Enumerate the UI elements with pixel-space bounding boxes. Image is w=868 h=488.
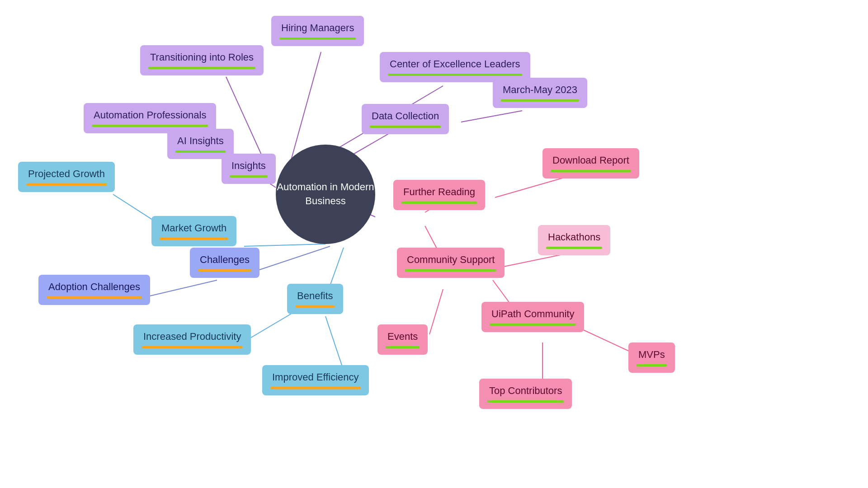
node-automation-professionals-label: Automation Professionals [94,109,206,121]
node-mvps-label: MVPs [638,349,665,360]
center-node-label: Automation in Modern Business [276,180,375,208]
node-increased-productivity[interactable]: Increased Productivity [133,324,251,355]
node-market-growth[interactable]: Market Growth [151,216,236,246]
node-adoption-challenges-label: Adoption Challenges [48,281,140,292]
node-challenges[interactable]: Challenges [190,248,259,278]
node-uipath-community[interactable]: UiPath Community [481,302,584,332]
node-download-report-label: Download Report [552,155,629,166]
node-hiring-managers-label: Hiring Managers [281,22,354,33]
node-hackathons-label: Hackathons [548,231,600,243]
node-projected-growth-label: Projected Growth [28,168,105,179]
node-improved-efficiency[interactable]: Improved Efficiency [262,365,369,395]
svg-line-8 [244,244,326,246]
node-market-growth-label: Market Growth [161,222,226,234]
svg-line-16 [495,178,564,197]
node-improved-efficiency-label: Improved Efficiency [272,371,359,383]
node-hiring-managers[interactable]: Hiring Managers [271,16,364,46]
node-center-excellence-label: Center of Excellence Leaders [390,58,520,70]
node-further-reading-label: Further Reading [403,186,475,197]
node-top-contributors-label: Top Contributors [489,385,562,396]
svg-line-10 [255,246,330,271]
node-insights-label: Insights [231,160,266,171]
node-events[interactable]: Events [377,324,428,355]
node-community-support-label: Community Support [407,254,495,265]
node-transitioning-roles-label: Transitioning into Roles [150,52,254,63]
node-data-collection-label: Data Collection [372,110,439,122]
node-mvps[interactable]: MVPs [628,343,675,373]
node-increased-productivity-label: Increased Productivity [143,331,241,342]
node-ai-insights[interactable]: AI Insights [167,129,234,159]
node-benefits-label: Benefits [297,290,333,301]
node-ai-insights-label: AI Insights [177,135,224,146]
node-events-label: Events [387,331,418,342]
node-march-may[interactable]: March-May 2023 [493,78,587,108]
node-projected-growth[interactable]: Projected Growth [18,162,115,192]
node-hackathons[interactable]: Hackathons [538,225,610,255]
center-node: Automation in Modern Business [276,145,375,244]
node-top-contributors[interactable]: Top Contributors [479,379,572,409]
node-adoption-challenges[interactable]: Adoption Challenges [38,275,150,305]
node-uipath-community-label: UiPath Community [491,308,574,319]
node-community-support[interactable]: Community Support [397,248,505,278]
svg-line-19 [429,289,443,334]
node-transitioning-roles[interactable]: Transitioning into Roles [140,45,264,75]
node-download-report[interactable]: Download Report [542,148,639,178]
svg-line-7 [461,111,522,122]
node-further-reading[interactable]: Further Reading [393,180,485,210]
node-data-collection[interactable]: Data Collection [362,104,449,134]
svg-line-14 [326,316,344,371]
node-challenges-label: Challenges [200,254,250,265]
node-march-may-label: March-May 2023 [503,84,577,95]
svg-line-11 [140,280,217,298]
node-benefits[interactable]: Benefits [287,284,343,314]
